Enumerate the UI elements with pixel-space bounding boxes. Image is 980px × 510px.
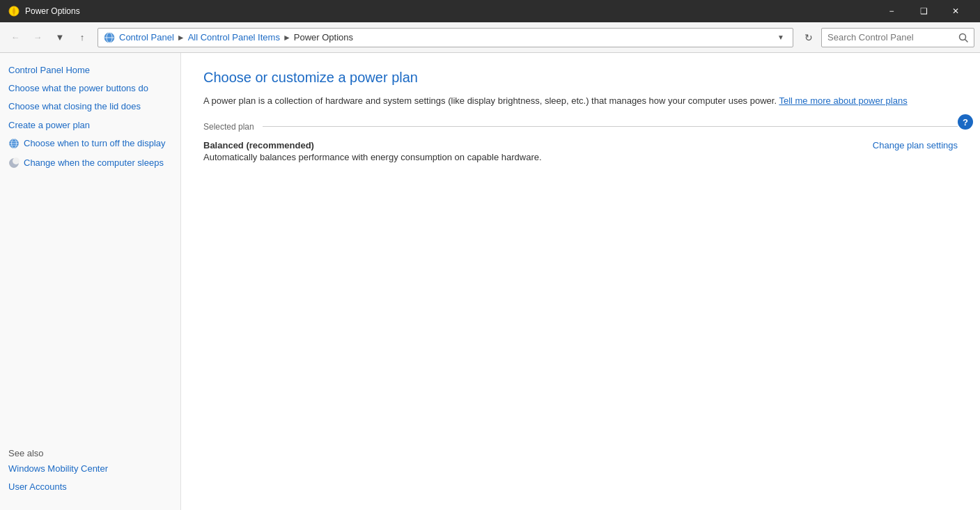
plan-name: Balanced (recommended) [203,140,542,150]
sidebar: Control Panel Home Choose what the power… [0,53,181,510]
page-title: Choose or customize a power plan [203,70,958,86]
content-area: Choose or customize a power plan A power… [181,53,980,510]
selected-plan-divider [263,126,958,127]
title-bar: Power Options − ❑ ✕ [0,0,980,22]
plan-description: Automatically balances performance with … [203,150,542,164]
breadcrumb-bar: Control Panel ► All Control Panel Items … [98,28,793,47]
window-controls: − ❑ ✕ [876,0,972,22]
change-plan-settings-link[interactable]: Change plan settings [873,140,958,150]
search-input[interactable] [827,32,956,42]
main-container: ? Control Panel Home Choose what the pow… [0,53,980,510]
address-bar: ← → ▼ ↑ Control Panel ► All Control Pane… [0,22,980,53]
refresh-button[interactable]: ↻ [799,28,818,47]
sidebar-item-turn-off-display-container: Choose when to turn off the display [8,137,172,150]
globe-icon [8,138,20,149]
selected-plan-section: Selected plan Balanced (recommended) Aut… [203,122,958,164]
close-button[interactable]: ✕ [940,0,972,22]
sidebar-item-computer-sleeps-container: Change when the computer sleeps [8,157,172,169]
sidebar-item-power-buttons[interactable]: Choose what the power buttons do [8,82,172,95]
sidebar-item-turn-off-display[interactable]: Choose when to turn off the display [24,137,166,150]
sidebar-item-lid-does[interactable]: Choose what closing the lid does [8,100,172,113]
restore-button[interactable]: ❑ [908,0,940,22]
breadcrumb-current: Power Options [294,32,353,42]
svg-point-12 [13,157,20,164]
search-box [821,28,974,47]
learn-more-link[interactable]: Tell me more about power plans [779,95,907,106]
recent-locations-button[interactable]: ▼ [50,28,70,47]
window-title: Power Options [25,6,876,16]
minimize-button[interactable]: − [876,0,908,22]
selected-plan-header: Selected plan [203,122,958,132]
sidebar-item-mobility-center[interactable]: Windows Mobility Center [8,463,172,475]
moon-icon [8,157,20,169]
search-icon[interactable] [956,30,971,45]
sidebar-item-control-panel-home[interactable]: Control Panel Home [8,64,172,77]
forward-button[interactable]: → [28,28,47,47]
page-description: A power plan is a collection of hardware… [203,94,958,108]
back-button[interactable]: ← [6,28,25,47]
plan-row: Balanced (recommended) Automatically bal… [203,140,958,164]
plan-info: Balanced (recommended) Automatically bal… [203,140,542,164]
breadcrumb-all-items[interactable]: All Control Panel Items [188,32,280,42]
description-text: A power plan is a collection of hardware… [203,95,777,106]
help-button[interactable]: ? [958,114,973,130]
sidebar-item-create-plan[interactable]: Create a power plan [8,119,172,132]
see-also-label: See also [8,448,172,458]
svg-line-5 [965,39,968,42]
sidebar-item-computer-sleeps[interactable]: Change when the computer sleeps [24,157,164,169]
up-button[interactable]: ↑ [72,28,92,47]
selected-plan-label: Selected plan [203,122,254,132]
breadcrumb-dropdown[interactable]: ▼ [775,33,787,41]
app-icon [8,6,20,17]
see-also-section: See also Windows Mobility Center User Ac… [8,437,172,499]
breadcrumb-control-panel[interactable]: Control Panel [119,32,174,42]
sidebar-item-user-accounts[interactable]: User Accounts [8,481,172,493]
